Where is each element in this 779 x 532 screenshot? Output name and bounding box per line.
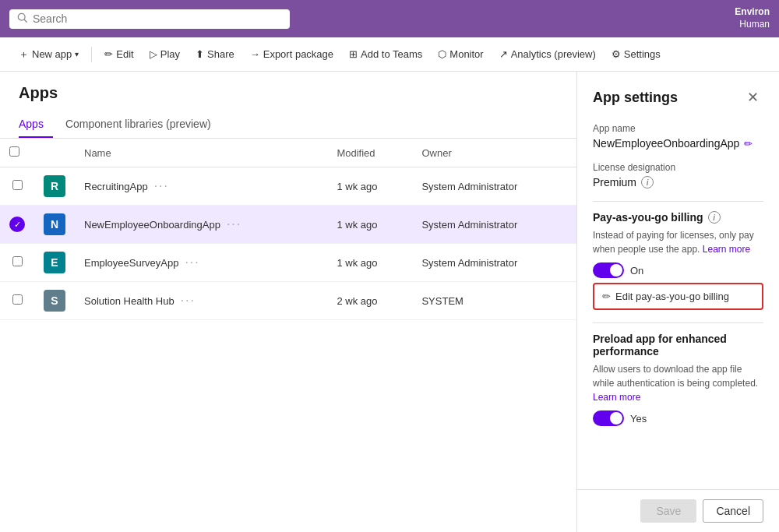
env-name: Environ xyxy=(735,6,770,19)
search-box[interactable] xyxy=(9,9,290,29)
license-value: Premium xyxy=(593,176,636,188)
selected-indicator: ✓ xyxy=(9,217,25,232)
app-name: Solution Health Hub xyxy=(84,295,174,307)
edit-billing-button[interactable]: ✏ Edit pay-as-you-go billing xyxy=(593,283,763,310)
tab-component-libraries[interactable]: Component libraries (preview) xyxy=(65,111,220,138)
modified-cell: 1 wk ago xyxy=(327,167,412,206)
play-button[interactable]: ▷ Play xyxy=(143,44,186,65)
license-info-icon[interactable]: i xyxy=(641,176,654,188)
payg-learn-more-link[interactable]: Learn more xyxy=(703,244,750,255)
modified-cell: 2 wk ago xyxy=(327,282,412,320)
payg-toggle[interactable] xyxy=(593,262,624,278)
table-row[interactable]: RRecruitingApp···1 wk agoSystem Administ… xyxy=(0,167,576,206)
table-header-row: Name Modified Owner xyxy=(0,139,576,167)
settings-icon: ⚙ xyxy=(612,48,621,60)
add-to-teams-button[interactable]: ⊞ Add to Teams xyxy=(343,44,428,65)
cancel-button[interactable]: Cancel xyxy=(703,499,763,523)
tab-apps[interactable]: Apps xyxy=(19,111,53,138)
svg-line-1 xyxy=(24,19,26,22)
settings-title: App settings xyxy=(593,90,678,106)
new-app-button[interactable]: ＋ New app ▾ xyxy=(12,43,85,66)
app-icon: E xyxy=(44,252,65,273)
search-icon xyxy=(17,12,28,26)
settings-button[interactable]: ⚙ Settings xyxy=(605,44,667,65)
app-icon: N xyxy=(44,213,65,235)
more-options-button[interactable]: ··· xyxy=(181,294,196,308)
modified-cell: 1 wk ago xyxy=(327,206,412,244)
monitor-button[interactable]: ⬡ Monitor xyxy=(432,44,489,65)
top-bar: Environ Human xyxy=(0,0,779,37)
owner-cell: System Administrator xyxy=(412,206,576,244)
plus-icon: ＋ xyxy=(19,48,29,62)
app-name: EmployeeSurveyApp xyxy=(84,257,178,269)
license-section: License designation Premium i xyxy=(593,162,763,188)
edit-billing-label: Edit pay-as-you-go billing xyxy=(615,291,729,302)
row-checkbox[interactable] xyxy=(12,294,23,305)
preload-section: Preload app for enhanced performance All… xyxy=(593,333,763,488)
license-label: License designation xyxy=(593,162,763,173)
search-input[interactable] xyxy=(33,12,282,25)
app-name: NewEmployeeOnboardingApp xyxy=(84,219,220,231)
play-icon: ▷ xyxy=(150,48,157,60)
edit-button[interactable]: ✏ Edit xyxy=(98,44,139,65)
save-button[interactable]: Save xyxy=(640,499,696,523)
settings-footer: Save Cancel xyxy=(577,489,779,532)
row-checkbox[interactable] xyxy=(12,180,23,190)
app-name-edit-icon[interactable]: ✏ xyxy=(744,138,753,150)
preload-toggle[interactable] xyxy=(593,410,624,426)
preload-learn-more-link[interactable]: Learn more xyxy=(593,392,640,403)
payg-toggle-label: On xyxy=(630,265,643,277)
app-icon: R xyxy=(44,175,65,197)
owner-cell: SYSTEM xyxy=(412,282,576,320)
icon-col-header xyxy=(34,139,75,167)
app-icon: S xyxy=(44,290,65,312)
more-options-button[interactable]: ··· xyxy=(185,255,199,270)
more-options-button[interactable]: ··· xyxy=(154,179,169,193)
page-title: Apps xyxy=(0,84,576,111)
edit-icon: ✏ xyxy=(104,48,113,60)
payg-section: Pay-as-you-go billing i Instead of payin… xyxy=(593,211,763,310)
app-name-section: App name NewEmployeeOnboardingApp ✏ xyxy=(593,123,763,150)
divider-1 xyxy=(593,201,763,202)
teams-icon: ⊞ xyxy=(349,48,358,60)
tabs-bar: Apps Component libraries (preview) xyxy=(0,111,576,139)
checkbox-header xyxy=(0,139,34,167)
payg-info-icon[interactable]: i xyxy=(708,211,721,224)
settings-header: App settings ✕ xyxy=(593,87,763,107)
owner-cell: System Administrator xyxy=(412,244,576,282)
toolbar: ＋ New app ▾ ✏ Edit ▷ Play ⬆ Share → Expo… xyxy=(0,37,779,72)
owner-column-header: Owner xyxy=(412,139,576,167)
preload-toggle-label: Yes xyxy=(630,413,647,425)
share-button[interactable]: ⬆ Share xyxy=(189,44,241,65)
apps-table: Name Modified Owner RRecruitingApp···1 w… xyxy=(0,139,576,320)
row-checkbox[interactable] xyxy=(12,256,23,266)
table-row[interactable]: ✓NNewEmployeeOnboardingApp···1 wk agoSys… xyxy=(0,206,576,244)
table-row[interactable]: SSolution Health Hub···2 wk agoSYSTEM xyxy=(0,282,576,320)
top-right-info: Environ Human xyxy=(735,6,770,30)
analytics-button[interactable]: ↗ Analytics (preview) xyxy=(493,44,602,65)
app-settings-panel: App settings ✕ App name NewEmployeeOnboa… xyxy=(576,72,779,532)
preload-title-row: Preload app for enhanced performance xyxy=(593,333,763,358)
preload-description: Allow users to download the app file whi… xyxy=(593,362,763,404)
table-row[interactable]: EEmployeeSurveyApp···1 wk agoSystem Admi… xyxy=(0,244,576,282)
app-name-value: NewEmployeeOnboardingApp xyxy=(593,137,739,150)
select-all-checkbox[interactable] xyxy=(9,146,19,157)
payg-description: Instead of paying for licenses, only pay… xyxy=(593,228,763,256)
export-package-button[interactable]: → Export package xyxy=(244,44,340,65)
monitor-icon: ⬡ xyxy=(438,48,446,60)
analytics-icon: ↗ xyxy=(499,48,508,60)
chevron-down-icon: ▾ xyxy=(75,50,79,58)
left-panel: Apps Apps Component libraries (preview) … xyxy=(0,72,576,532)
close-settings-button[interactable]: ✕ xyxy=(742,87,763,107)
modified-column-header: Modified xyxy=(327,139,412,167)
divider-2 xyxy=(593,322,763,323)
more-options-button[interactable]: ··· xyxy=(227,217,241,231)
env-info: Environ Human xyxy=(735,6,770,30)
payg-title-row: Pay-as-you-go billing i xyxy=(593,211,763,224)
modified-cell: 1 wk ago xyxy=(327,244,412,282)
export-icon: → xyxy=(250,48,260,60)
preload-title: Preload app for enhanced performance xyxy=(593,333,763,358)
share-icon: ⬆ xyxy=(196,48,204,60)
app-name-value-row: NewEmployeeOnboardingApp ✏ xyxy=(593,137,763,150)
preload-toggle-row: Yes xyxy=(593,410,763,426)
